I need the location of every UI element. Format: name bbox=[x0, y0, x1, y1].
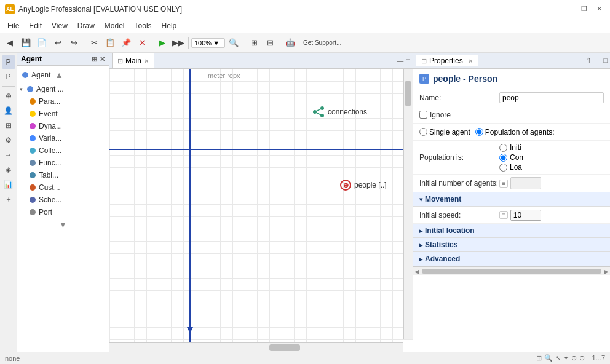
agent-item-cust[interactable]: Cust... bbox=[17, 181, 109, 194]
left-icon-plus[interactable]: ＋ bbox=[2, 192, 15, 206]
prop-loa-radio[interactable] bbox=[499, 164, 507, 172]
agent-scroll-up[interactable]: ▲ bbox=[53, 69, 65, 81]
prop-init-number-input[interactable] bbox=[510, 177, 541, 189]
toolbar-run2-btn[interactable]: ▶▶ bbox=[171, 36, 186, 50]
toolbar-redo-btn[interactable]: ↪ bbox=[66, 36, 81, 50]
agent-scroll-down-icon[interactable]: ▼ bbox=[58, 218, 69, 231]
left-icon-person[interactable]: 👤 bbox=[2, 104, 15, 117]
toolbar-cut-btn[interactable]: ✂ bbox=[87, 36, 101, 50]
agent-item-agent-expanded[interactable]: ▾ Agent ... bbox=[17, 83, 109, 95]
prop-ctrl-up-icon[interactable]: ⇑ bbox=[586, 57, 592, 65]
toolbar-layout-btn[interactable]: ⊟ bbox=[263, 36, 277, 50]
menu-model[interactable]: Model bbox=[100, 18, 130, 33]
toolbar-run-btn[interactable]: ▶ bbox=[155, 36, 170, 50]
left-icon-arrow[interactable]: → bbox=[2, 148, 15, 162]
prop-tab-close-icon[interactable]: ✕ bbox=[468, 58, 473, 65]
agent-item-event[interactable]: Event bbox=[17, 108, 109, 120]
menu-file[interactable]: File bbox=[2, 18, 24, 33]
prop-population-is-group: Initi Con Loa bbox=[499, 143, 523, 172]
zoom-dropdown-icon[interactable]: ▼ bbox=[213, 39, 220, 47]
prop-scroll-left-icon[interactable]: ◀ bbox=[413, 268, 421, 275]
toolbar-save2-btn[interactable]: 📄 bbox=[34, 36, 49, 50]
prop-section-advanced[interactable]: ▸ Advanced bbox=[413, 252, 610, 266]
prop-speed-input[interactable] bbox=[510, 210, 541, 221]
menu-draw[interactable]: Draw bbox=[73, 18, 100, 33]
agent-item-sche[interactable]: Sche... bbox=[17, 194, 109, 206]
prop-population-radio[interactable] bbox=[475, 128, 483, 136]
prop-scroll-right-icon[interactable]: ▶ bbox=[603, 268, 610, 275]
prop-ctrl-min-icon[interactable]: — bbox=[594, 57, 601, 65]
agent-item-label-func: Func... bbox=[39, 159, 61, 167]
canvas-scrollbar-horizontal-thumb[interactable] bbox=[269, 344, 300, 351]
menu-tools[interactable]: Tools bbox=[130, 18, 157, 33]
close-button[interactable]: ✕ bbox=[593, 3, 605, 15]
prop-controls: ⇑ — □ bbox=[586, 57, 608, 65]
canvas-tab-main[interactable]: ⊡ Main ✕ bbox=[112, 53, 154, 68]
prop-single-agent-radio[interactable] bbox=[419, 128, 427, 136]
agent-item-dyna[interactable]: Dyna... bbox=[17, 120, 109, 132]
prop-name-input[interactable] bbox=[499, 92, 604, 103]
toolbar-delete-btn[interactable]: ✕ bbox=[135, 36, 149, 50]
toolbar-support-btn[interactable]: Get Support... bbox=[299, 36, 346, 50]
agent-panel-close-icon[interactable]: ✕ bbox=[100, 55, 105, 63]
prop-ctrl-max-icon[interactable]: □ bbox=[603, 57, 608, 65]
prop-scrollbar-thumb-h[interactable] bbox=[422, 269, 601, 274]
canvas-minimize-btn[interactable]: — bbox=[397, 57, 403, 65]
toolbar-back-btn[interactable]: ◀ bbox=[2, 36, 17, 50]
agent-item-colle[interactable]: Colle... bbox=[17, 144, 109, 157]
prop-section-movement[interactable]: ▾ Movement bbox=[413, 192, 610, 207]
prop-section-initial-location[interactable]: ▸ Initial location bbox=[413, 224, 610, 238]
toolbar-grid-btn[interactable]: ⊞ bbox=[247, 36, 261, 50]
agent-item-tabl[interactable]: Tabl... bbox=[17, 169, 109, 181]
canvas-tab-label: Main bbox=[125, 57, 141, 65]
canvas-viewport[interactable]: meter repx connections bbox=[109, 69, 413, 352]
prop-con-radio[interactable] bbox=[499, 154, 507, 162]
toolbar-save-btn[interactable]: 💾 bbox=[18, 36, 33, 50]
maximize-button[interactable]: ❐ bbox=[578, 3, 590, 15]
canvas-connections[interactable]: connections bbox=[312, 106, 367, 118]
canvas-scrollbar-vertical[interactable] bbox=[403, 69, 413, 339]
agent-item-func[interactable]: Func... bbox=[17, 157, 109, 169]
left-icon-settings[interactable]: ⚙ bbox=[2, 133, 15, 147]
canvas-people[interactable]: ⊕ people [..] bbox=[340, 180, 387, 191]
agent-item-port[interactable]: Port bbox=[17, 206, 109, 218]
agent-item-agent[interactable]: Agent ▲ bbox=[17, 67, 109, 83]
status-icon-monitor[interactable]: ⊞ bbox=[536, 354, 542, 362]
menu-view[interactable]: View bbox=[47, 18, 73, 33]
left-icon-chart[interactable]: 📊 bbox=[2, 178, 15, 191]
menu-edit[interactable]: Edit bbox=[24, 18, 47, 33]
canvas-maximize-btn[interactable]: □ bbox=[406, 57, 410, 65]
minimize-button[interactable]: — bbox=[563, 3, 576, 15]
menu-help[interactable]: Help bbox=[157, 18, 182, 33]
prop-init-radio[interactable] bbox=[499, 144, 507, 152]
left-icon-shape[interactable]: ◈ bbox=[2, 163, 15, 176]
status-icon-nav2[interactable]: ✦ bbox=[563, 354, 569, 362]
prop-section-statistics[interactable]: ▸ Statistics bbox=[413, 238, 610, 252]
left-icon-palette[interactable]: P bbox=[2, 70, 15, 84]
canvas-scrollbar-vertical-thumb[interactable] bbox=[405, 81, 411, 106]
status-icon-nav4[interactable]: ⊙ bbox=[579, 354, 585, 362]
prop-tab-properties[interactable]: ⊡ Properties ✕ bbox=[416, 55, 478, 66]
prop-ignore-checkbox[interactable] bbox=[419, 111, 427, 119]
toolbar-zoom[interactable]: 100% ▼ bbox=[191, 38, 225, 48]
toolbar-paste-btn[interactable]: 📌 bbox=[119, 36, 133, 50]
toolbar-copy-btn[interactable]: 📋 bbox=[103, 36, 117, 50]
left-icon-nav[interactable]: ⊕ bbox=[2, 89, 15, 103]
agent-panel-icons: ⊞ ✕ bbox=[92, 55, 105, 63]
canvas-scrollbar-horizontal[interactable] bbox=[109, 342, 403, 352]
prop-scrollbar-h[interactable]: ◀ ▶ bbox=[413, 266, 610, 275]
agent-item-varia[interactable]: Varia... bbox=[17, 132, 109, 144]
status-icon-nav3[interactable]: ⊕ bbox=[571, 354, 577, 362]
status-icon-nav1[interactable]: ↖ bbox=[555, 354, 561, 362]
left-icon-grid[interactable]: ⊞ bbox=[2, 119, 15, 132]
agent-item-para[interactable]: Para... bbox=[17, 95, 109, 108]
toolbar-undo-btn[interactable]: ↩ bbox=[50, 36, 65, 50]
agent-panel-grid-icon[interactable]: ⊞ bbox=[92, 55, 97, 63]
prop-speed-eq-btn[interactable]: ≡ bbox=[499, 211, 508, 219]
toolbar-agent-btn[interactable]: 🤖 bbox=[283, 36, 298, 50]
prop-init-eq-btn[interactable]: ≡ bbox=[499, 180, 508, 188]
status-icon-zoom[interactable]: 🔍 bbox=[544, 354, 553, 362]
toolbar-zoom-fit-btn[interactable]: 🔍 bbox=[226, 36, 241, 50]
left-icon-projects[interactable]: P bbox=[2, 55, 15, 69]
canvas-tab-close-icon[interactable]: ✕ bbox=[144, 58, 149, 65]
